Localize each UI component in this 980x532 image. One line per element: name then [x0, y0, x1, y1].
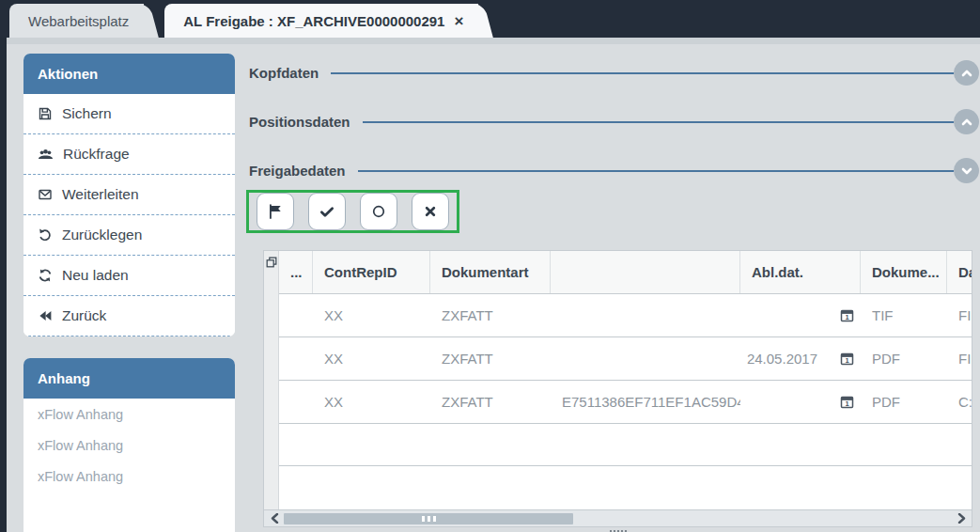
column-header-abldat[interactable]: Abl.dat.: [740, 251, 861, 293]
cell-abldat: 1: [740, 308, 861, 322]
scroll-right-button[interactable]: [954, 513, 969, 524]
calendar-icon: 1: [840, 308, 854, 322]
scroll-left-button[interactable]: [267, 513, 282, 524]
tab-label: AL Freigabe : XF_ARCHIVE0000000291: [183, 13, 444, 29]
cell-dokumentart: ZXFATT: [430, 351, 551, 367]
neutral-button[interactable]: [360, 193, 397, 230]
actions-panel-title: Aktionen: [23, 54, 235, 94]
table-row[interactable]: XX ZXFATT 24.05.2017 1 PDF: [279, 337, 972, 381]
action-label: Weiterleiten: [62, 186, 139, 203]
action-label: Zurück: [62, 307, 106, 324]
cell-doktyp: PDF: [861, 394, 947, 410]
select-all-icon[interactable]: [265, 256, 278, 269]
section-freigabedaten: Freigabedaten: [249, 158, 979, 183]
section-title: Kopfdaten: [249, 65, 319, 81]
table-row[interactable]: XX ZXFATT E7511386EF711EF1AC59D4 1: [279, 381, 972, 424]
cell-doktyp: TIF: [861, 307, 947, 323]
thumb-grip: [422, 516, 425, 522]
section-divider: [331, 72, 954, 74]
scroll-thumb[interactable]: [284, 513, 573, 524]
circle-icon: [370, 203, 387, 220]
mail-icon: [38, 187, 53, 202]
attachment-link[interactable]: xFlow Anhang: [23, 430, 235, 461]
action-label: Neu laden: [62, 267, 129, 284]
cell-dokumentart: ZXFATT: [430, 307, 551, 323]
section-title: Positionsdaten: [249, 114, 350, 130]
thumb-grip: [433, 516, 436, 522]
action-item-zuruecklegen[interactable]: Zurücklegen: [23, 215, 235, 256]
cell-doktyp: PDF: [861, 351, 947, 367]
svg-text:1: 1: [845, 356, 848, 365]
cell-contrepid: XX: [313, 307, 430, 323]
chevron-up-icon: [959, 115, 974, 130]
table-header-row: ... ContRepID Dokumentart Abl.dat. Dokum…: [279, 251, 972, 294]
column-header-menu[interactable]: ...: [279, 251, 313, 293]
table-row[interactable]: XX ZXFATT 1 TIF FI: [279, 294, 972, 337]
cell-docid: E7511386EF711EF1AC59D4: [551, 394, 740, 410]
cell-abldat: 24.05.2017 1: [740, 351, 861, 367]
cell-abldat: 1: [740, 395, 861, 409]
anhang-panel: Anhang xFlow Anhang xFlow Anhang xFlow A…: [23, 358, 235, 532]
column-header-dat[interactable]: Dat...: [947, 251, 972, 293]
documents-table: ... ContRepID Dokumentart Abl.dat. Dokum…: [263, 250, 972, 527]
left-edge-strip: [0, 38, 7, 532]
column-header-contrepid[interactable]: ContRepID: [313, 251, 430, 293]
section-positionsdaten: Positionsdaten: [249, 109, 979, 134]
save-icon: [38, 106, 53, 121]
calendar-picker-icon[interactable]: 1: [840, 308, 854, 322]
approve-button[interactable]: [308, 193, 346, 230]
cell-dat: C:U: [947, 394, 972, 410]
scroll-left-icon: [271, 513, 279, 524]
reject-button[interactable]: [412, 193, 449, 230]
calendar-picker-icon[interactable]: 1: [840, 395, 854, 409]
action-item-sichern[interactable]: Sichern: [23, 94, 235, 134]
column-header-dokument[interactable]: Dokume...: [861, 251, 947, 293]
svg-text:1: 1: [845, 399, 848, 408]
content-top-strip: [7, 38, 980, 44]
flag-button[interactable]: [257, 193, 294, 230]
action-item-neu-laden[interactable]: Neu laden: [23, 256, 235, 296]
cell-contrepid: XX: [313, 394, 430, 410]
action-item-rueckfrage[interactable]: Rückfrage: [23, 134, 235, 175]
h-scrollbar[interactable]: [264, 509, 972, 526]
action-item-weiterleiten[interactable]: Weiterleiten: [23, 175, 235, 215]
close-icon[interactable]: ×: [454, 13, 463, 29]
tab-al-freigabe[interactable]: AL Freigabe : XF_ARCHIVE0000000291 ×: [164, 4, 478, 38]
calendar-picker-icon[interactable]: 1: [840, 352, 854, 366]
section-divider: [358, 170, 954, 172]
users-icon: [38, 147, 54, 162]
abldat-value: 24.05.2017: [747, 351, 817, 367]
anhang-panel-title: Anhang: [23, 358, 235, 399]
action-label: Zurücklegen: [62, 227, 142, 243]
column-header-dokumentart[interactable]: Dokumentart: [430, 251, 551, 293]
cell-dokumentart: ZXFATT: [430, 394, 551, 410]
calendar-icon: 1: [840, 352, 854, 366]
thumb-grip: [428, 516, 430, 522]
actions-panel: Aktionen Sichern Rückfrage Weiterleiten …: [23, 54, 235, 336]
attachment-link[interactable]: xFlow Anhang: [23, 399, 235, 430]
flag-icon: [267, 203, 284, 220]
table-row-empty[interactable]: [279, 424, 972, 466]
attachment-link[interactable]: xFlow Anhang: [23, 461, 235, 492]
chevron-down-icon: [959, 164, 974, 179]
collapse-toggle-kopfdaten[interactable]: [954, 60, 979, 86]
section-kopfdaten: Kopfdaten: [249, 60, 979, 86]
tab-label: Webarbeitsplatz: [28, 13, 129, 29]
column-header-docid[interactable]: [551, 251, 740, 293]
cell-dat: FIL: [947, 351, 972, 367]
check-icon: [319, 203, 335, 220]
tab-bar: Webarbeitsplatz AL Freigabe : XF_ARCHIVE…: [0, 0, 980, 38]
table-gutter: [264, 251, 279, 509]
section-divider: [363, 121, 954, 123]
action-item-zurueck[interactable]: Zurück: [23, 296, 235, 336]
resize-grip[interactable]: [263, 527, 972, 532]
section-title: Freigabedaten: [249, 163, 346, 179]
collapse-toggle-positionsdaten[interactable]: [954, 109, 979, 134]
release-actions-highlight: [246, 190, 459, 233]
cell-contrepid: XX: [313, 351, 430, 367]
table-row-empty[interactable]: [279, 466, 972, 509]
tab-webarbeitsplatz[interactable]: Webarbeitsplatz: [9, 4, 144, 38]
refresh-icon: [38, 268, 53, 283]
action-label: Sichern: [62, 105, 112, 122]
collapse-toggle-freigabedaten[interactable]: [954, 158, 979, 183]
